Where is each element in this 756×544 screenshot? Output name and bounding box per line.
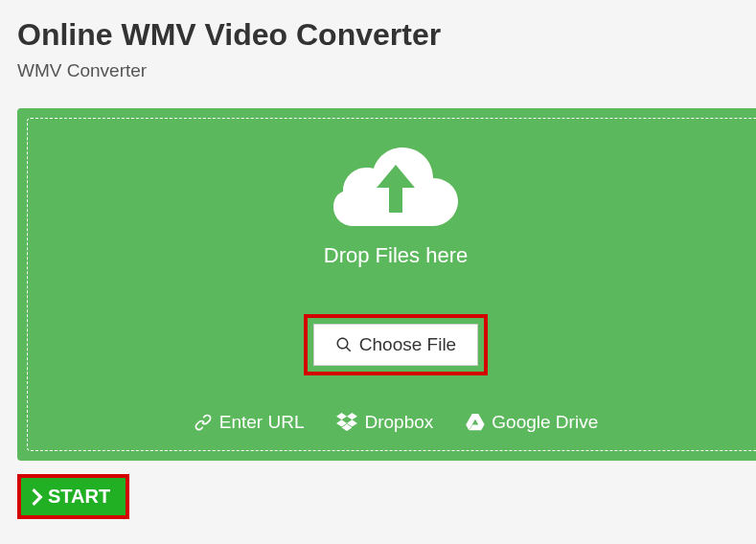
- dropzone[interactable]: Drop Files here Choose File Enter URL: [27, 118, 756, 451]
- google-drive-option[interactable]: Google Drive: [466, 412, 598, 433]
- google-drive-label: Google Drive: [492, 412, 598, 433]
- start-highlight: START: [17, 474, 129, 519]
- page-title: Online WMV Video Converter: [17, 17, 739, 53]
- choose-file-highlight: Choose File: [304, 314, 488, 375]
- source-options: Enter URL Dropbox Google Drive: [28, 412, 756, 433]
- page-subtitle: WMV Converter: [17, 60, 739, 81]
- dropbox-icon: [336, 413, 357, 432]
- google-drive-icon: [466, 414, 485, 431]
- dropzone-panel: Drop Files here Choose File Enter URL: [17, 108, 756, 461]
- drop-files-text: Drop Files here: [28, 243, 756, 268]
- dropbox-option[interactable]: Dropbox: [336, 412, 433, 433]
- choose-file-button[interactable]: Choose File: [313, 324, 478, 366]
- choose-file-label: Choose File: [359, 334, 456, 355]
- link-icon: [194, 413, 213, 432]
- search-icon: [335, 336, 353, 353]
- enter-url-option[interactable]: Enter URL: [194, 412, 305, 433]
- cloud-upload-icon: [333, 138, 458, 234]
- chevron-right-icon: [31, 488, 44, 506]
- start-label: START: [48, 486, 110, 508]
- enter-url-label: Enter URL: [219, 412, 305, 433]
- dropbox-label: Dropbox: [364, 412, 433, 433]
- start-button[interactable]: START: [21, 478, 126, 515]
